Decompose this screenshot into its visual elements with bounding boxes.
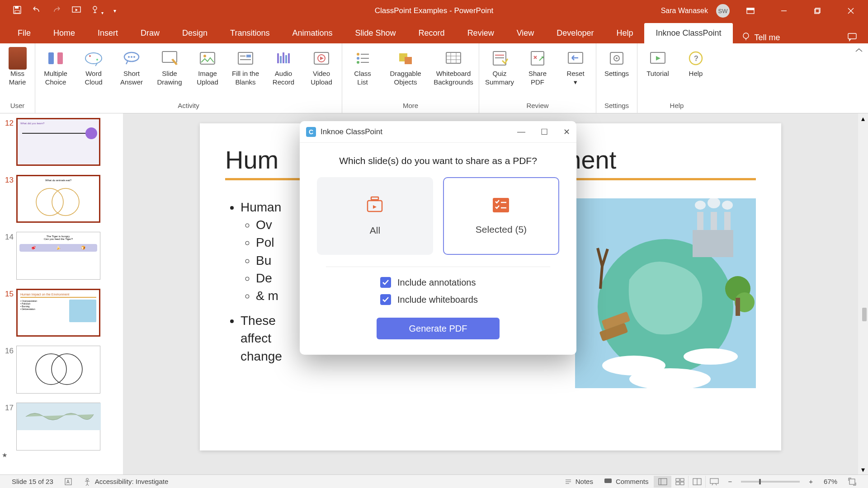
option-all-label: All bbox=[370, 225, 380, 236]
thumbnail-15[interactable]: 15Human Impact on the Environment• Overp… bbox=[0, 287, 123, 344]
tab-slideshow[interactable]: Slide Show bbox=[344, 23, 407, 43]
mic-icon[interactable]: ▾ bbox=[91, 5, 104, 16]
tab-view[interactable]: View bbox=[505, 23, 546, 43]
thumbnail-14[interactable]: 14The Tiger is hungry.Can you feed the T… bbox=[0, 230, 123, 287]
more-item-0[interactable]: Class List bbox=[345, 47, 380, 87]
dialog-question: Which slide(s) do you want to share as a… bbox=[317, 155, 559, 166]
activity-item-5[interactable]: Fill in the Blanks bbox=[228, 47, 263, 87]
dialog-close-icon[interactable]: ✕ bbox=[563, 127, 570, 137]
normal-view-icon[interactable] bbox=[654, 476, 671, 488]
option-selected[interactable]: Selected (5) bbox=[443, 177, 559, 255]
slide-counter[interactable]: Slide 15 of 23 bbox=[6, 478, 59, 485]
activity-item-7[interactable]: Video Upload bbox=[304, 47, 339, 87]
tab-developer[interactable]: Developer bbox=[545, 23, 605, 43]
tab-insert[interactable]: Insert bbox=[86, 23, 129, 43]
svg-rect-27 bbox=[238, 52, 253, 64]
zoom-slider[interactable] bbox=[741, 481, 800, 483]
review-item-1[interactable]: Share PDF bbox=[520, 47, 555, 87]
activity-item-3[interactable]: Slide Drawing bbox=[152, 47, 187, 87]
settings-item-0[interactable]: Settings bbox=[599, 47, 634, 78]
maximize-icon[interactable] bbox=[805, 0, 830, 22]
activity-item-1[interactable]: Word Cloud bbox=[76, 47, 111, 87]
undo-icon[interactable] bbox=[32, 5, 42, 16]
svg-point-42 bbox=[357, 61, 359, 64]
tab-classpoint[interactable]: Inknoe ClassPoint bbox=[644, 23, 732, 43]
tell-me[interactable]: Tell me bbox=[733, 32, 789, 43]
zoom-in-icon[interactable]: + bbox=[803, 478, 818, 485]
zoom-level[interactable]: 67% bbox=[818, 478, 843, 485]
user-profile-button[interactable]: Miss Marie bbox=[3, 47, 32, 87]
svg-point-12 bbox=[743, 33, 749, 38]
close-icon[interactable] bbox=[838, 0, 863, 22]
help-item-1[interactable]: ?Help bbox=[678, 47, 713, 78]
user-avatar[interactable]: SW bbox=[716, 4, 730, 18]
checkbox-annotations[interactable]: Include annotations bbox=[380, 277, 476, 288]
activity-icon-3 bbox=[159, 49, 180, 68]
present-icon[interactable] bbox=[71, 5, 81, 16]
svg-point-23 bbox=[133, 56, 135, 58]
thumbnail-16[interactable]: 16 bbox=[0, 344, 123, 401]
tab-draw[interactable]: Draw bbox=[129, 23, 171, 43]
comments-button[interactable]: Comments bbox=[599, 478, 654, 485]
status-bar: Slide 15 of 23 A Accessibility: Investig… bbox=[0, 474, 868, 488]
thumbnail-17[interactable]: 17★ bbox=[0, 401, 123, 458]
more-item-2[interactable]: Whiteboard Backgrounds bbox=[431, 47, 476, 87]
dialog-maximize-icon[interactable]: ☐ bbox=[541, 127, 548, 137]
spellcheck-icon[interactable]: A bbox=[59, 478, 78, 486]
slide-image bbox=[575, 198, 756, 388]
svg-rect-96 bbox=[680, 482, 684, 485]
zoom-out-icon[interactable]: − bbox=[722, 478, 737, 485]
svg-line-101 bbox=[716, 483, 717, 485]
scroll-up-icon[interactable]: ▴ bbox=[858, 113, 868, 123]
notes-button[interactable]: Notes bbox=[559, 478, 599, 485]
activity-item-4[interactable]: Image Upload bbox=[190, 47, 225, 87]
accessibility-status[interactable]: Accessibility: Investigate bbox=[78, 478, 174, 486]
qat-more-icon[interactable]: ▾ bbox=[113, 8, 116, 14]
help-item-0[interactable]: Tutorial bbox=[640, 47, 675, 78]
svg-point-62 bbox=[36, 188, 63, 216]
vertical-scrollbar[interactable]: ▴ ▾ bbox=[858, 113, 868, 474]
tab-design[interactable]: Design bbox=[171, 23, 219, 43]
ribbon-display-icon[interactable] bbox=[738, 0, 763, 22]
comments-icon[interactable] bbox=[847, 33, 868, 43]
scroll-thumb[interactable] bbox=[862, 308, 867, 321]
minimize-icon[interactable] bbox=[771, 0, 797, 22]
sorter-view-icon[interactable] bbox=[671, 476, 688, 488]
user-name: Sara Wanasek bbox=[661, 7, 708, 15]
dialog-minimize-icon[interactable]: — bbox=[517, 127, 525, 137]
activity-item-0[interactable]: Multiple Choice bbox=[38, 47, 73, 87]
generate-pdf-button[interactable]: Generate PDF bbox=[377, 318, 500, 339]
svg-point-38 bbox=[357, 53, 359, 56]
review-item-2[interactable]: Reset ▾ bbox=[558, 47, 593, 87]
scroll-down-icon[interactable]: ▾ bbox=[858, 465, 868, 474]
checkbox-whiteboards[interactable]: Include whiteboards bbox=[380, 294, 478, 305]
option-all[interactable]: All bbox=[317, 177, 433, 255]
tab-transitions[interactable]: Transitions bbox=[219, 23, 281, 43]
activity-item-6[interactable]: Audio Record bbox=[266, 47, 301, 87]
svg-point-4 bbox=[93, 6, 97, 10]
redo-icon[interactable] bbox=[52, 5, 61, 16]
more-item-1[interactable]: Draggable Objects bbox=[383, 47, 428, 87]
tab-animations[interactable]: Animations bbox=[281, 23, 344, 43]
avatar-icon bbox=[9, 47, 27, 70]
slide-thumbnails-panel[interactable]: 12What did you learn?13What do animals e… bbox=[0, 113, 123, 474]
collapse-ribbon-icon[interactable] bbox=[850, 43, 868, 113]
fit-window-icon[interactable] bbox=[843, 478, 862, 486]
tab-help[interactable]: Help bbox=[605, 23, 644, 43]
thumbnail-12[interactable]: 12What did you learn? bbox=[0, 116, 123, 173]
save-icon[interactable] bbox=[13, 5, 22, 16]
tab-review[interactable]: Review bbox=[456, 23, 505, 43]
slideshow-view-icon[interactable] bbox=[705, 476, 722, 488]
tab-home[interactable]: Home bbox=[42, 23, 86, 43]
thumbnail-13[interactable]: 13What do animals eat? bbox=[0, 173, 123, 230]
tab-record[interactable]: Record bbox=[407, 23, 456, 43]
activity-icon-1 bbox=[83, 49, 104, 68]
activity-item-2[interactable]: Short Answer bbox=[114, 47, 149, 87]
tab-file[interactable]: File bbox=[6, 23, 42, 43]
dialog-titlebar[interactable]: C Inknoe ClassPoint — ☐ ✕ bbox=[300, 121, 576, 143]
svg-point-18 bbox=[89, 55, 91, 57]
reading-view-icon[interactable] bbox=[688, 476, 705, 488]
review-item-0[interactable]: Quiz Summary bbox=[482, 47, 517, 87]
svg-point-65 bbox=[52, 354, 82, 385]
document-title: ClassPoint Examples - PowerPoint bbox=[375, 6, 494, 15]
